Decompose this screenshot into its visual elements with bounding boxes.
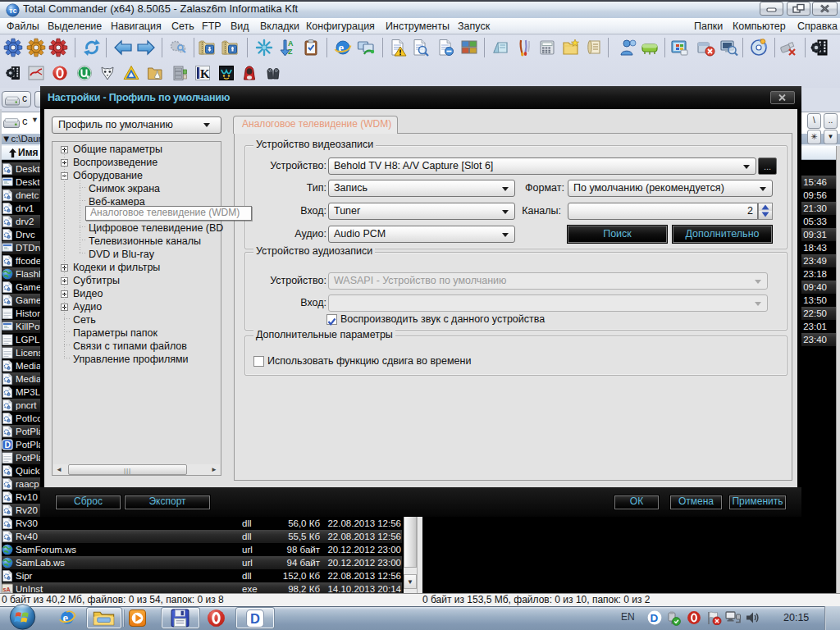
svg-text:Z: Z [288, 48, 293, 56]
svg-text:D: D [5, 440, 11, 450]
svg-text:D: D [250, 611, 260, 626]
svg-text:A: A [288, 39, 294, 48]
svg-text:K: K [200, 67, 210, 80]
svg-text:D: D [651, 612, 659, 624]
svg-text:тc: тc [9, 7, 16, 15]
svg-text:sA: sA [3, 587, 11, 592]
